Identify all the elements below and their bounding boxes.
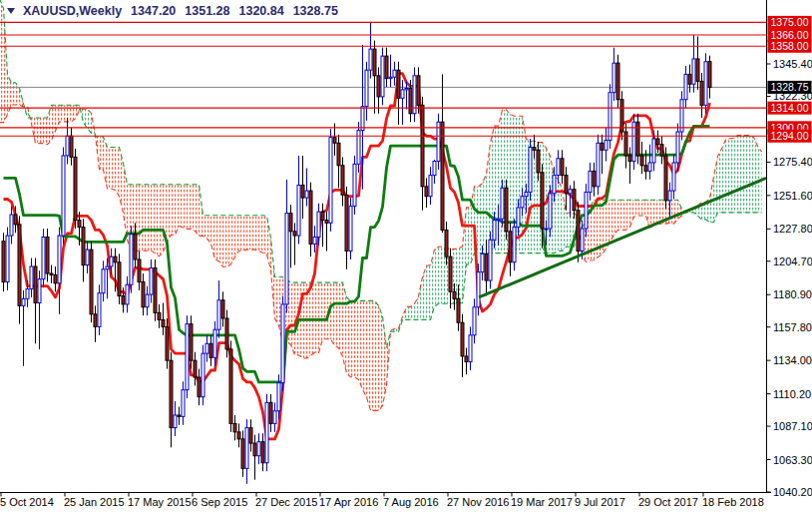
price-level-badge-label: 1358.00	[771, 40, 809, 52]
candle-body	[114, 256, 117, 262]
cloud-area	[685, 136, 762, 223]
candle-body	[624, 132, 627, 156]
candle-body	[178, 415, 181, 416]
candle-body	[281, 304, 284, 383]
time-tick-label: 19 Mar 2017	[511, 496, 573, 508]
candle-body	[541, 173, 544, 229]
titlebar: XAUUSD,Weekly 1347.20 1351.28 1320.84 13…	[7, 4, 338, 18]
candle-body	[377, 76, 380, 97]
price-level-badge-label: 1366.00	[771, 29, 809, 41]
candle-body	[593, 171, 596, 186]
candle-body	[393, 70, 396, 77]
candle-body	[345, 195, 348, 251]
candle-body	[365, 70, 368, 107]
time-tick-label: 5 Oct 2014	[0, 496, 54, 508]
candle-body	[497, 219, 500, 220]
candle-body	[708, 61, 711, 87]
price-tick-label: 1251.60	[773, 190, 812, 202]
candle-body	[86, 250, 89, 264]
candle-body	[18, 225, 21, 306]
candle-body	[405, 88, 408, 89]
candle-body	[70, 136, 73, 157]
candle-body	[533, 148, 536, 151]
candle-body	[357, 131, 360, 165]
candle-body	[166, 326, 169, 360]
candle-body	[489, 240, 492, 280]
candle-body	[257, 442, 260, 456]
candle-body	[597, 143, 600, 187]
candle-body	[130, 235, 133, 285]
candle-body	[237, 432, 240, 439]
candle-body	[42, 237, 45, 278]
candle-body	[134, 235, 137, 259]
candle-body	[385, 56, 388, 78]
candle-body	[397, 70, 400, 98]
candle-body	[692, 59, 695, 84]
price-tick-label: 1180.90	[773, 288, 812, 300]
price-level-badge-label: 1294.00	[771, 130, 809, 142]
candle-body	[329, 138, 332, 224]
candle-body	[277, 383, 280, 411]
candle-body	[66, 136, 69, 156]
candle-body	[668, 191, 671, 201]
price-level-badge-label: 1375.00	[771, 16, 809, 28]
candle-body	[644, 166, 647, 172]
candle-body	[74, 157, 77, 220]
candle-body	[341, 166, 344, 196]
symbol-dropdown-icon[interactable]	[7, 8, 15, 14]
candle-body	[249, 428, 252, 443]
candle-body	[680, 100, 683, 132]
candle-body	[213, 329, 216, 357]
ohlc-open: 1347.20	[131, 4, 176, 18]
candle-body	[561, 159, 564, 176]
candle-body	[652, 139, 655, 163]
time-tick-label: 29 Oct 2017	[638, 496, 698, 508]
price-tick-label: 1134.00	[773, 354, 812, 366]
candle-body	[150, 267, 153, 294]
candle-body	[154, 267, 157, 312]
candle-body	[321, 212, 324, 220]
candle-body	[589, 171, 592, 192]
candle-body	[253, 443, 256, 456]
price-level-badge-label: 1314.00	[771, 102, 809, 114]
candle-body	[696, 59, 699, 81]
cloud-area	[81, 109, 96, 137]
candle-body	[441, 122, 444, 230]
candle-body	[269, 402, 272, 423]
candle-body	[469, 335, 472, 362]
candle-body	[628, 156, 631, 162]
candle-body	[301, 185, 304, 198]
candle-body	[521, 197, 524, 208]
candle-body	[453, 291, 456, 298]
time-tick-label: 25 Jan 2015	[64, 496, 125, 508]
candle-body	[612, 63, 615, 93]
candle-body	[381, 56, 384, 97]
candle-body	[265, 402, 268, 462]
candle-body	[577, 211, 580, 252]
candle-body	[38, 279, 41, 303]
candle-body	[186, 324, 189, 390]
candle-body	[573, 190, 576, 211]
candle-body	[636, 122, 639, 156]
candle-body	[289, 214, 292, 232]
time-tick-label: 27 Dec 2015	[255, 496, 317, 508]
candle-body	[110, 256, 113, 266]
candle-body	[509, 232, 512, 262]
candle-body	[704, 62, 707, 106]
candle-body	[513, 228, 516, 262]
time-tick-label: 17 Apr 2016	[319, 496, 378, 508]
candle-body	[106, 266, 109, 269]
candle-body	[421, 105, 424, 187]
price-tick-label: 1040.20	[773, 486, 812, 498]
candle-body	[449, 256, 452, 291]
candle-body	[501, 188, 504, 219]
price-chart-canvas[interactable]: 1345.401322.301275.401251.601227.801204.…	[0, 0, 812, 513]
time-tick-label: 17 May 2015	[128, 496, 192, 508]
price-tick-label: 1087.10	[773, 420, 812, 432]
candle-body	[493, 221, 496, 241]
chart-window: XAUUSD,Weekly 1347.20 1351.28 1320.84 13…	[0, 0, 812, 513]
candle-body	[146, 294, 149, 307]
time-tick-label: 18 Feb 2018	[702, 496, 764, 508]
candle-body	[529, 148, 532, 193]
candle-body	[26, 288, 29, 298]
